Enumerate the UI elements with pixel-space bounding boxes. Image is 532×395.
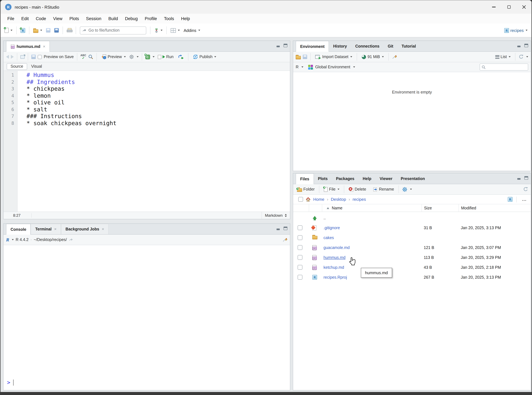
tab-history[interactable]: History xyxy=(329,41,351,51)
open-directory-icon[interactable] xyxy=(69,238,73,242)
console-body[interactable]: > xyxy=(4,245,290,390)
refresh-icon[interactable] xyxy=(519,54,524,59)
files-more-gear-icon[interactable] xyxy=(402,187,407,192)
project-menu-button[interactable]: R recipes xyxy=(503,27,529,34)
menu-edit[interactable]: Edit xyxy=(18,14,32,24)
environment-search-box[interactable] xyxy=(480,64,528,71)
print-button[interactable] xyxy=(66,27,73,33)
column-modified[interactable]: Modified xyxy=(459,204,531,212)
breadcrumb-home[interactable]: Home xyxy=(313,197,324,202)
file-link-ketchup[interactable]: ketchup.md xyxy=(322,265,344,269)
tab-tutorial[interactable]: Tutorial xyxy=(397,41,420,51)
parent-directory-icon[interactable] xyxy=(312,215,317,220)
file-link-parent[interactable]: .. xyxy=(322,216,326,220)
load-workspace-icon[interactable] xyxy=(296,56,301,59)
breadcrumb-desktop[interactable]: Desktop xyxy=(331,197,346,202)
minimize-pane-icon[interactable] xyxy=(277,44,280,47)
file-checkbox[interactable] xyxy=(298,245,302,250)
save-button[interactable] xyxy=(45,27,52,33)
menu-plots[interactable]: Plots xyxy=(66,14,83,24)
close-background-jobs-icon[interactable]: × xyxy=(102,224,104,234)
save-all-button[interactable] xyxy=(53,27,60,33)
clear-objects-broom-icon[interactable] xyxy=(392,54,397,59)
file-checkbox[interactable] xyxy=(298,225,302,230)
r-version-icon[interactable]: R xyxy=(6,237,9,242)
tab-packages[interactable]: Packages xyxy=(332,173,358,184)
file-checkbox[interactable] xyxy=(298,255,302,260)
file-checkbox[interactable] xyxy=(298,265,302,270)
delete-file-button[interactable]: Delete xyxy=(347,186,367,193)
tab-environment[interactable]: Environment xyxy=(296,41,329,52)
preview-button[interactable]: Preview xyxy=(100,53,127,60)
file-checkbox[interactable] xyxy=(298,275,302,280)
column-name[interactable]: Name xyxy=(322,204,421,212)
open-in-new-window-icon[interactable] xyxy=(20,55,25,59)
tab-terminal[interactable]: Terminal× xyxy=(31,224,61,234)
tab-files[interactable]: Files xyxy=(296,173,314,184)
addins-button[interactable]: Addins xyxy=(182,27,201,34)
visual-mode-button[interactable]: Visual xyxy=(28,63,45,69)
file-checkbox[interactable] xyxy=(298,235,302,240)
settings-gear-icon[interactable] xyxy=(129,54,134,59)
menu-view[interactable]: View xyxy=(50,14,66,24)
language-mode-selector[interactable]: Markdown xyxy=(261,212,290,219)
tab-help[interactable]: Help xyxy=(359,173,376,184)
editor-save-icon[interactable] xyxy=(31,55,36,59)
tab-console[interactable]: Console xyxy=(6,224,31,235)
close-terminal-icon[interactable]: × xyxy=(54,224,56,234)
new-blank-file-button[interactable]: File xyxy=(323,186,341,193)
goto-file-box[interactable] xyxy=(80,26,146,34)
menu-session[interactable]: Session xyxy=(83,14,105,24)
maximize-pane-icon[interactable] xyxy=(524,44,528,47)
new-file-button[interactable] xyxy=(3,27,14,34)
save-workspace-icon[interactable] xyxy=(303,55,307,59)
source-mode-button[interactable]: Source xyxy=(7,63,27,70)
menu-file[interactable]: File xyxy=(4,14,18,24)
tab-git[interactable]: Git xyxy=(383,41,397,51)
insert-chunk-icon[interactable] xyxy=(145,55,150,59)
publish-button[interactable]: Publish xyxy=(192,53,218,60)
maximize-pane-icon[interactable] xyxy=(283,227,287,230)
file-link-rproj[interactable]: recipes.Rproj xyxy=(322,275,347,280)
close-tab-icon[interactable]: × xyxy=(43,41,45,52)
find-icon[interactable] xyxy=(88,54,93,59)
tab-hummus-md[interactable]: hummus.md × xyxy=(6,41,50,52)
breadcrumb-recipes[interactable]: recipes xyxy=(353,197,366,202)
project-root-icon[interactable]: R xyxy=(508,197,513,202)
version-control-button[interactable] xyxy=(153,27,164,34)
clear-console-broom-icon[interactable] xyxy=(282,237,287,242)
menu-code[interactable]: Code xyxy=(32,14,50,24)
home-icon[interactable] xyxy=(306,197,311,202)
tab-plots[interactable]: Plots xyxy=(314,173,332,184)
minimize-pane-icon[interactable] xyxy=(277,227,280,230)
rename-file-button[interactable]: Rename xyxy=(371,186,395,193)
preview-on-save-checkbox[interactable] xyxy=(38,55,42,59)
cursor-position[interactable]: 8:27 xyxy=(4,213,32,218)
goto-file-input[interactable] xyxy=(89,28,139,33)
code-editor[interactable]: 1 2 3 4 5 6 7 8 # Hummus ## Ingredients … xyxy=(4,71,290,212)
maximize-pane-icon[interactable] xyxy=(524,176,528,180)
menu-tools[interactable]: Tools xyxy=(161,14,177,24)
open-file-button[interactable] xyxy=(32,27,44,34)
maximize-pane-icon[interactable] xyxy=(283,44,287,47)
minimize-button[interactable] xyxy=(486,0,501,14)
environment-search-input[interactable] xyxy=(487,65,525,69)
tab-connections[interactable]: Connections xyxy=(351,41,383,51)
environment-scope-selector[interactable]: Global Environment xyxy=(315,65,350,69)
language-selector[interactable]: R xyxy=(296,65,299,69)
minimize-pane-icon[interactable] xyxy=(517,176,521,180)
display-mode-button[interactable]: List xyxy=(494,54,512,60)
maximize-button[interactable] xyxy=(501,0,516,14)
go-to-directory-button[interactable]: ... xyxy=(521,197,528,202)
file-link-cakes[interactable]: cakes xyxy=(322,236,334,240)
file-link-hummus[interactable]: hummus.md xyxy=(322,255,345,260)
new-project-button[interactable]: R xyxy=(19,27,27,34)
rerun-button[interactable] xyxy=(177,54,185,60)
menu-profile[interactable]: Profile xyxy=(141,14,161,24)
memory-usage-button[interactable]: 91 MiB xyxy=(360,54,385,60)
tab-background-jobs[interactable]: Background Jobs× xyxy=(61,224,109,234)
refresh-files-icon[interactable] xyxy=(523,187,528,192)
tab-presentation[interactable]: Presentation xyxy=(397,173,429,184)
minimize-pane-icon[interactable] xyxy=(517,44,521,47)
run-button[interactable]: Run xyxy=(156,54,175,60)
